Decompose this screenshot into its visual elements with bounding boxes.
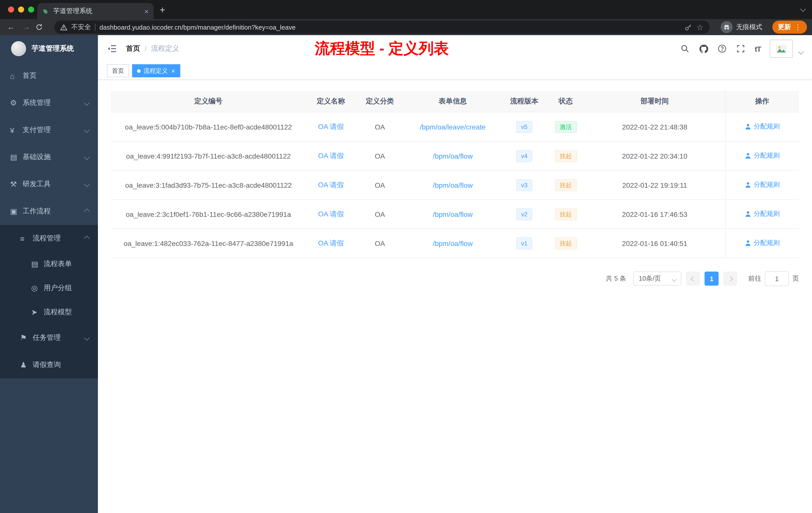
search-icon[interactable] [680,44,690,54]
sidebar-item-process-form[interactable]: ▤ 流程表单 [0,252,98,276]
maximize-window-button[interactable] [28,6,34,12]
breadcrumb-home[interactable]: 首页 [126,44,140,53]
form-link[interactable]: /bpm/oa/flow [433,152,473,160]
tag-close-icon[interactable]: × [171,67,175,74]
chrome-update-button[interactable]: 更新 ⋮ [772,21,807,34]
assign-rule-link[interactable]: 分配规则 [745,151,780,160]
col-definition-name: 定义名称 [306,91,356,112]
sidebar-item-label: 任务管理 [33,333,85,342]
bookmark-star-icon[interactable]: ☆ [696,22,703,32]
prev-page-button[interactable] [686,272,700,285]
col-form-info: 表单信息 [404,91,502,112]
font-size-icon[interactable]: tT [755,44,761,53]
sidebar-item-process-model[interactable]: ➤ 流程模型 [0,300,98,324]
sidebar-item-leave-query[interactable]: ♟ 请假查询 [0,351,98,379]
page-size-value: 10条/页 [639,274,661,283]
goto-page-input[interactable] [765,271,789,286]
table-row: oa_leave:3:1fad3d93-7b75-11ec-a3c8-acde4… [111,171,799,200]
next-page-button[interactable] [723,272,737,285]
sidebar-item-label: 用户分组 [44,283,90,293]
tag-home[interactable]: 首页 [107,64,129,77]
chevron-up-icon [84,209,90,214]
sidebar: 芋道管理系统 ⌂ 首页 ⚙ 系统管理 ¥ 支付管理 ▤ [0,35,98,513]
person-icon [745,182,751,188]
assign-rule-label: 分配规则 [754,122,780,131]
version-badge: v1 [516,237,532,249]
tag-process-definition[interactable]: 流程定义 × [132,64,180,77]
browser-tab[interactable]: 芋道管理系统 × [37,3,154,19]
cell-definition-id: oa_leave:2:3c1f0ef1-76b1-11ec-9c66-a2380… [111,200,306,229]
assign-rule-link[interactable]: 分配规则 [745,180,780,189]
sidebar-item-infrastructure[interactable]: ▤ 基础设施 [0,144,98,171]
version-badge: v3 [516,179,532,191]
sidebar-item-user-group[interactable]: ◎ 用户分组 [0,276,98,300]
definition-name-link[interactable]: OA 请假 [318,210,344,218]
red-annotation-title: 流程模型 - 定义列表 [315,38,449,59]
sidebar-item-workflow[interactable]: ▣ 工作流程 [0,198,98,225]
form-link[interactable]: /bpm/oa/flow [433,239,473,247]
status-badge: 挂起 [555,179,577,191]
close-window-button[interactable] [8,6,14,12]
reload-button[interactable] [35,23,47,31]
workflow-icon: ▣ [10,207,23,216]
tag-label: 流程定义 [144,66,168,75]
sidebar-item-process-management[interactable]: ≡ 流程管理 [0,225,98,252]
tab-close-icon[interactable]: × [144,7,149,15]
person-icon [745,123,751,130]
form-link[interactable]: /bpm/oa/leave/create [420,123,486,131]
new-tab-button[interactable]: + [160,5,165,14]
sidebar-item-label: 流程模型 [44,308,90,317]
form-link[interactable]: /bpm/oa/flow [433,210,473,218]
col-definition-category: 定义分类 [356,91,404,112]
screen: 芋道管理系统 × + ← → 不安全 dashboard.yudao.iocod… [0,0,812,513]
sidebar-item-label: 研发工具 [23,180,85,189]
sidebar-item-home[interactable]: ⌂ 首页 [0,62,98,89]
sidebar-item-label: 基础设施 [23,153,85,162]
sidebar-item-system-management[interactable]: ⚙ 系统管理 [0,89,98,117]
cell-category: OA [356,229,404,258]
sidebar-item-label: 工作流程 [23,207,85,216]
forward-button[interactable]: → [20,23,32,32]
col-definition-id: 定义编号 [111,91,306,112]
back-button[interactable]: ← [5,23,17,32]
assign-rule-link[interactable]: 分配规则 [745,210,780,219]
page-unit-label: 页 [792,274,799,283]
definition-name-link[interactable]: OA 请假 [318,122,344,130]
page-number-button[interactable]: 1 [704,272,719,285]
cell-deploy-time: 2022-01-16 17:46:53 [584,200,725,229]
sidebar-item-task-management[interactable]: ⚑ 任务管理 [0,324,98,351]
chevron-down-icon [84,335,90,341]
browser-menu-kebab-icon[interactable]: ⋮ [794,23,802,31]
security-label[interactable]: 不安全 [71,23,91,32]
form-link[interactable]: /bpm/oa/flow [433,181,473,189]
cell-deploy-time: 2022-01-22 20:34:10 [584,141,725,171]
definition-name-link[interactable]: OA 请假 [318,180,344,188]
definition-name-link[interactable]: OA 请假 [318,151,344,159]
sidebar-item-dev-tools[interactable]: ⚒ 研发工具 [0,171,98,198]
assign-rule-link[interactable]: 分配规则 [745,239,780,248]
page-content: 定义编号 定义名称 定义分类 表单信息 流程版本 状态 部署时间 操作 oa_l [98,80,812,513]
cell-category: OA [356,171,404,200]
update-label: 更新 [778,23,791,32]
version-badge: v2 [516,208,532,220]
url-text: dashboard.yudao.iocoder.cn/bpm/manager/d… [99,23,680,31]
fullscreen-icon[interactable] [736,44,746,54]
sidebar-fold-icon[interactable] [107,44,117,54]
sidebar-item-label: 请假查询 [33,360,90,369]
chevron-down-icon [672,277,677,282]
address-bar[interactable]: 不安全 dashboard.yudao.iocoder.cn/bpm/manag… [54,21,709,34]
password-key-icon[interactable] [684,23,692,31]
help-icon[interactable] [718,44,727,54]
page-size-select[interactable]: 10条/页 [633,272,682,285]
omnibox-divider [95,24,95,31]
github-icon[interactable] [699,44,708,54]
sidebar-item-payment-management[interactable]: ¥ 支付管理 [0,117,98,144]
user-dropdown-caret-icon[interactable] [798,49,804,55]
tab-search-chevron-icon[interactable] [800,6,806,12]
table-row: oa_leave:1:482ec033-762a-11ec-8477-a2380… [111,229,799,258]
chevron-down-icon [84,100,90,106]
assign-rule-link[interactable]: 分配规则 [745,122,780,131]
user-avatar[interactable] [770,40,793,58]
definition-name-link[interactable]: OA 请假 [318,239,344,247]
minimize-window-button[interactable] [18,6,24,12]
